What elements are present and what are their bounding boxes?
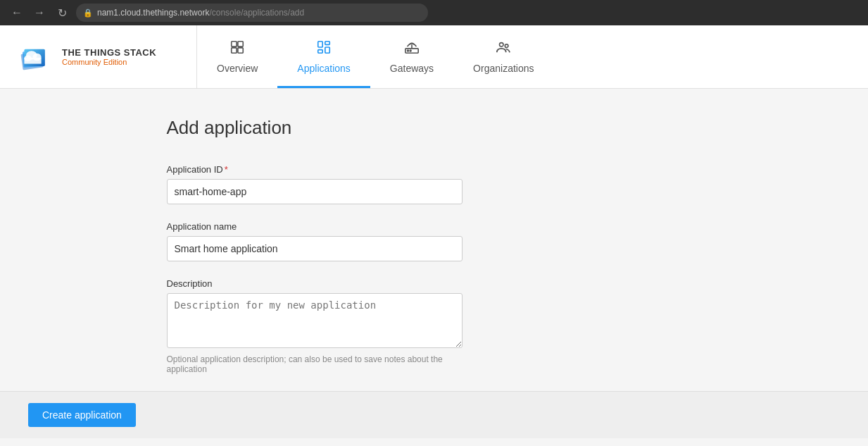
svg-rect-10 <box>238 48 243 53</box>
nav-applications-label: Applications <box>297 63 351 74</box>
nav-gateways[interactable]: Gateways <box>370 25 453 88</box>
description-group: Description Optional application descrip… <box>167 278 702 374</box>
create-application-button[interactable]: Create application <box>28 403 136 427</box>
brand-edition: Community Edition <box>62 58 156 66</box>
ttn-logo <box>17 42 54 73</box>
nav-overview-label: Overview <box>217 63 258 74</box>
nav-organizations-label: Organizations <box>473 63 534 74</box>
description-textarea[interactable] <box>167 293 463 348</box>
back-button[interactable]: ← <box>8 4 25 21</box>
applications-icon <box>316 39 332 58</box>
main-content: Add application Application ID* Applicat… <box>0 89 868 446</box>
description-hint: Optional application description; can al… <box>167 354 463 374</box>
logo-section: THE THINGS STACK Community Edition <box>0 25 197 88</box>
svg-rect-6 <box>24 57 41 63</box>
form-container: Add application Application ID* Applicat… <box>139 117 730 374</box>
browser-chrome: ← → ↻ 🔒 nam1.cloud.thethings.network/con… <box>0 0 868 25</box>
required-indicator: * <box>225 164 228 175</box>
svg-rect-7 <box>232 42 237 47</box>
svg-point-19 <box>500 43 504 47</box>
nav-items: Overview Applications <box>197 25 554 88</box>
app-id-group: Application ID* <box>167 164 702 204</box>
form-footer: Create application <box>0 391 868 438</box>
app-name-label: Application name <box>167 221 702 232</box>
organizations-icon <box>496 39 511 58</box>
app-name-group: Application name <box>167 221 702 261</box>
lock-icon: 🔒 <box>83 8 93 18</box>
svg-rect-14 <box>318 50 322 54</box>
svg-point-20 <box>505 44 509 48</box>
brand-name: THE THINGS STACK <box>62 47 156 58</box>
svg-rect-12 <box>325 42 329 45</box>
svg-point-17 <box>410 50 411 51</box>
address-text: nam1.cloud.thethings.network/console/app… <box>97 8 304 18</box>
address-bar[interactable]: 🔒 nam1.cloud.thethings.network/console/a… <box>76 4 428 22</box>
app-id-input[interactable] <box>167 179 463 204</box>
app-name-input[interactable] <box>167 236 463 261</box>
logo-text: THE THINGS STACK Community Edition <box>62 47 156 66</box>
svg-rect-13 <box>325 47 329 53</box>
nav-applications[interactable]: Applications <box>277 25 370 88</box>
svg-rect-11 <box>318 42 322 47</box>
description-label: Description <box>167 278 702 289</box>
nav-overview[interactable]: Overview <box>197 25 277 88</box>
svg-rect-9 <box>232 48 237 53</box>
page-title: Add application <box>167 117 702 139</box>
app-id-label: Application ID* <box>167 164 702 175</box>
nav-organizations[interactable]: Organizations <box>453 25 553 88</box>
reload-button[interactable]: ↻ <box>54 4 70 21</box>
top-nav: THE THINGS STACK Community Edition Overv… <box>0 25 868 89</box>
svg-rect-8 <box>238 42 243 47</box>
gateways-icon <box>404 39 420 58</box>
nav-gateways-label: Gateways <box>390 63 434 74</box>
svg-point-16 <box>408 50 409 51</box>
overview-icon <box>229 39 245 58</box>
forward-button[interactable]: → <box>31 4 48 21</box>
